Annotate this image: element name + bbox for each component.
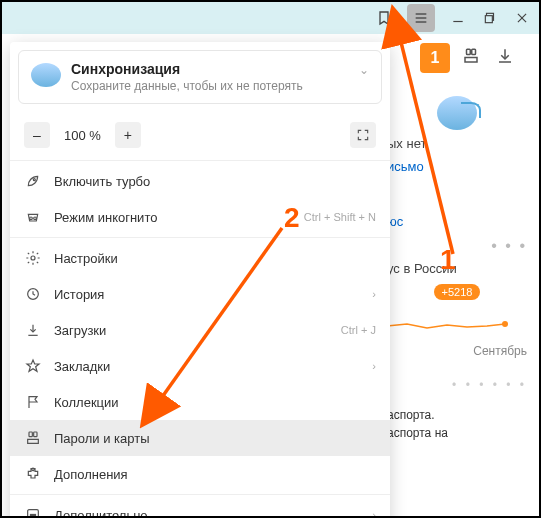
chevron-right-icon: › <box>372 288 376 300</box>
zoom-out-button[interactable]: – <box>24 122 50 148</box>
month-label: Сентябрь <box>387 344 527 358</box>
no-items-text: ых нет <box>387 136 527 151</box>
svg-point-24 <box>34 514 35 515</box>
menu-label: Пароли и карты <box>54 431 150 446</box>
shortcut-text: Ctrl + Shift + N <box>304 211 376 223</box>
svg-point-11 <box>502 321 508 327</box>
gear-icon <box>24 249 42 267</box>
downloads-icon[interactable] <box>496 47 514 69</box>
menu-label: Загрузки <box>54 323 106 338</box>
news-snippet: аспорта. аспорта на <box>387 406 527 442</box>
star-icon <box>24 357 42 375</box>
svg-rect-8 <box>467 49 471 54</box>
fullscreen-button[interactable] <box>350 122 376 148</box>
menu-item-downloads[interactable]: Загрузки Ctrl + J <box>10 312 390 348</box>
download-icon <box>24 321 42 339</box>
menu-item-bookmarks[interactable]: Закладки › <box>10 348 390 384</box>
sync-icon <box>31 63 61 87</box>
key-icon <box>24 429 42 447</box>
main-menu-button[interactable] <box>407 4 435 32</box>
zoom-in-button[interactable]: + <box>115 122 141 148</box>
annotation-label-2: 2 <box>284 202 300 234</box>
incognito-icon <box>24 208 42 226</box>
status-text: ус в России <box>387 261 527 276</box>
menu-label: Режим инкогнито <box>54 210 157 225</box>
menu-label: Закладки <box>54 359 110 374</box>
chevron-down-icon: ⌄ <box>359 63 369 77</box>
menu-label: Коллекции <box>54 395 119 410</box>
close-button[interactable] <box>513 9 531 27</box>
flag-icon <box>24 393 42 411</box>
rocket-icon <box>24 172 42 190</box>
sync-title: Синхронизация <box>71 61 303 77</box>
window-titlebar <box>2 2 539 34</box>
main-menu-dropdown: Синхронизация Сохраните данные, чтобы их… <box>10 42 390 518</box>
pagination-dots[interactable]: • • • • • • <box>387 378 527 392</box>
svg-point-13 <box>30 217 33 220</box>
svg-point-22 <box>30 514 31 515</box>
minimize-button[interactable] <box>449 9 467 27</box>
menu-item-collections[interactable]: Коллекции <box>10 384 390 420</box>
menu-item-turbo[interactable]: Включить турбо <box>10 163 390 199</box>
more-icon <box>24 506 42 518</box>
svg-point-15 <box>31 256 35 260</box>
puzzle-icon <box>24 465 42 483</box>
bookmark-icon[interactable] <box>375 9 393 27</box>
zoom-value: 100 % <box>58 128 107 143</box>
widget-menu-dots[interactable]: • • • <box>387 237 527 255</box>
maximize-button[interactable] <box>481 9 499 27</box>
app-badge: 1 <box>420 43 450 73</box>
shortcut-text: Ctrl + J <box>341 324 376 336</box>
svg-point-14 <box>34 217 37 220</box>
menu-item-incognito[interactable]: Режим инкогнито Ctrl + Shift + N <box>10 199 390 235</box>
menu-label: Настройки <box>54 251 118 266</box>
clock-icon <box>24 285 42 303</box>
sync-subtitle: Сохраните данные, чтобы их не потерять <box>71 79 303 93</box>
sync-illustration <box>437 96 477 130</box>
plus-link[interactable]: юс <box>387 214 527 229</box>
svg-rect-9 <box>472 49 476 54</box>
sync-card[interactable]: Синхронизация Сохраните данные, чтобы их… <box>18 50 382 104</box>
svg-rect-18 <box>29 432 32 437</box>
svg-point-12 <box>33 179 35 181</box>
background-widget: ых нет исьмо юс • • • ус в России +5218 … <box>387 92 527 442</box>
menu-item-addons[interactable]: Дополнения <box>10 456 390 492</box>
svg-point-20 <box>32 468 35 471</box>
chevron-right-icon: › <box>372 509 376 518</box>
menu-label: История <box>54 287 104 302</box>
sparkline-chart <box>387 308 527 338</box>
extensions-icon[interactable] <box>462 47 480 69</box>
menu-label: Дополнения <box>54 467 128 482</box>
annotation-label-1: 1 <box>440 244 456 276</box>
menu-label: Дополнительно <box>54 508 148 519</box>
svg-rect-19 <box>34 432 37 437</box>
menu-item-passwords[interactable]: Пароли и карты <box>10 420 390 456</box>
menu-label: Включить турбо <box>54 174 150 189</box>
svg-point-23 <box>32 514 33 515</box>
menu-item-settings[interactable]: Настройки <box>10 240 390 276</box>
count-badge: +5218 <box>434 284 481 300</box>
menu-item-history[interactable]: История › <box>10 276 390 312</box>
svg-rect-5 <box>485 16 492 23</box>
zoom-controls: – 100 % + <box>10 112 390 158</box>
chevron-right-icon: › <box>372 360 376 372</box>
compose-link[interactable]: исьмо <box>387 159 527 174</box>
menu-item-more[interactable]: Дополнительно › <box>10 497 390 518</box>
